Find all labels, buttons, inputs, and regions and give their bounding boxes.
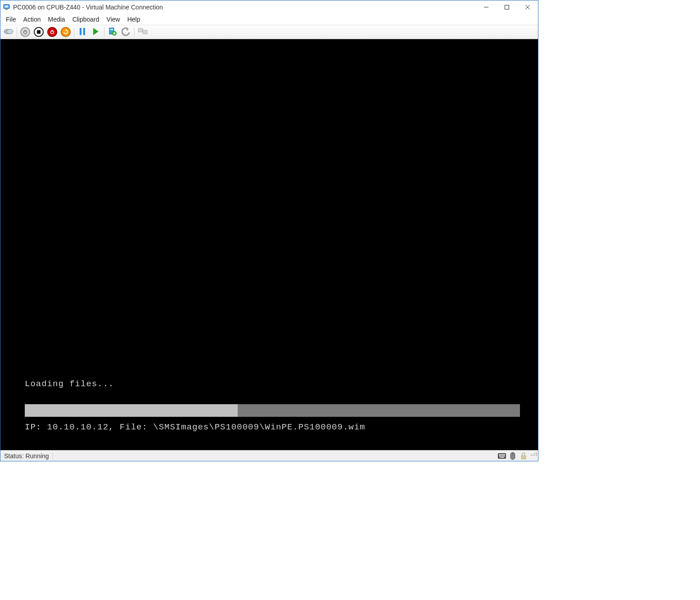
force-off-icon bbox=[47, 27, 57, 37]
menubar: File Action Media Clipboard View Help bbox=[0, 14, 538, 25]
progress-fill bbox=[25, 404, 238, 417]
lock-icon bbox=[519, 451, 528, 460]
checkpoint-button[interactable] bbox=[106, 26, 119, 38]
force-off-button[interactable] bbox=[46, 26, 59, 38]
enhanced-session-icon bbox=[138, 27, 148, 37]
statusbar: Status: Running bbox=[0, 450, 538, 461]
menu-clipboard[interactable]: Clipboard bbox=[69, 15, 103, 24]
ctrl-alt-del-icon bbox=[4, 28, 14, 36]
mouse-icon bbox=[508, 451, 517, 460]
boot-screen: Loading files... IP: 10.10.10.12, File: … bbox=[25, 379, 520, 432]
svg-rect-27 bbox=[500, 457, 504, 458]
toolbar-separator bbox=[134, 27, 135, 37]
svg-rect-4 bbox=[505, 5, 509, 9]
menu-media[interactable]: Media bbox=[44, 15, 68, 24]
pause-icon bbox=[79, 27, 86, 37]
svg-rect-25 bbox=[499, 454, 505, 455]
svg-marker-13 bbox=[65, 29, 67, 31]
svg-rect-15 bbox=[83, 28, 85, 35]
window-controls bbox=[476, 0, 538, 14]
resize-grip[interactable] bbox=[531, 453, 537, 459]
vm-display[interactable]: Loading files... IP: 10.10.10.12, File: … bbox=[0, 39, 538, 450]
progress-bar bbox=[25, 404, 520, 417]
loading-detail: IP: 10.10.10.12, File: \SMSImages\PS1000… bbox=[25, 422, 520, 432]
minimize-button[interactable] bbox=[476, 0, 497, 14]
svg-rect-26 bbox=[499, 456, 505, 456]
svg-rect-23 bbox=[143, 30, 147, 34]
revert-icon bbox=[122, 27, 131, 37]
menu-file[interactable]: File bbox=[2, 15, 20, 24]
menu-action[interactable]: Action bbox=[20, 15, 45, 24]
status-separator bbox=[53, 452, 53, 460]
svg-rect-22 bbox=[138, 28, 143, 32]
keyboard-icon bbox=[497, 451, 506, 460]
svg-marker-16 bbox=[93, 28, 99, 35]
svg-marker-21 bbox=[126, 28, 129, 31]
svg-rect-18 bbox=[110, 29, 113, 30]
start-icon bbox=[92, 27, 99, 37]
titlebar: PC0006 on CPUB-Z440 - Virtual Machine Co… bbox=[0, 0, 538, 14]
toolbar bbox=[0, 25, 538, 39]
svg-point-8 bbox=[7, 29, 13, 34]
turn-off-button[interactable] bbox=[19, 26, 32, 38]
svg-rect-30 bbox=[521, 456, 526, 459]
menu-help[interactable]: Help bbox=[124, 15, 144, 24]
window-title: PC0006 on CPUB-Z440 - Virtual Machine Co… bbox=[13, 4, 476, 11]
menu-view[interactable]: View bbox=[103, 15, 124, 24]
vm-connection-window: PC0006 on CPUB-Z440 - Virtual Machine Co… bbox=[0, 0, 538, 461]
svg-rect-1 bbox=[5, 5, 9, 8]
toolbar-separator bbox=[17, 27, 17, 37]
status-text: Status: Running bbox=[0, 451, 53, 461]
start-button[interactable] bbox=[90, 26, 102, 38]
close-button[interactable] bbox=[517, 0, 538, 14]
reset-icon bbox=[61, 27, 71, 37]
svg-rect-2 bbox=[5, 9, 8, 10]
loading-label: Loading files... bbox=[25, 379, 520, 389]
power-off-icon bbox=[20, 27, 30, 37]
pause-button[interactable] bbox=[76, 26, 89, 38]
revert-button[interactable] bbox=[120, 26, 132, 38]
reset-button[interactable] bbox=[59, 26, 72, 38]
stop-icon bbox=[34, 27, 44, 37]
shutdown-button[interactable] bbox=[32, 26, 45, 38]
maximize-button[interactable] bbox=[497, 0, 517, 14]
toolbar-separator bbox=[74, 27, 74, 37]
svg-rect-14 bbox=[80, 28, 81, 35]
app-icon bbox=[3, 4, 10, 11]
ctrl-alt-del-button[interactable] bbox=[2, 26, 15, 38]
toolbar-separator bbox=[104, 27, 104, 37]
checkpoint-icon bbox=[108, 27, 117, 37]
enhanced-session-button[interactable] bbox=[136, 26, 149, 38]
